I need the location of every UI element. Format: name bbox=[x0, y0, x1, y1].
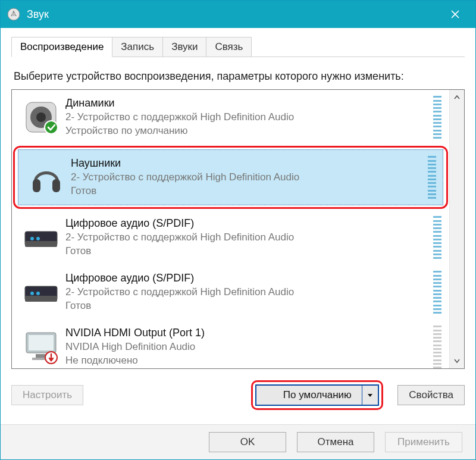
device-name: Динамики bbox=[65, 96, 430, 110]
cancel-button[interactable]: Отмена bbox=[297, 432, 374, 452]
spdif-icon bbox=[17, 268, 65, 316]
headphones-icon bbox=[22, 154, 71, 201]
svg-point-4 bbox=[36, 112, 46, 122]
chevron-down-icon bbox=[454, 358, 460, 364]
svg-rect-9 bbox=[25, 241, 57, 247]
device-row-headphones[interactable]: Наушники 2- Устройство с поддержкой High… bbox=[13, 146, 448, 209]
device-name: Цифровое аудио (S/PDIF) bbox=[65, 216, 430, 230]
svg-point-10 bbox=[30, 237, 34, 240]
ok-button[interactable]: OK bbox=[209, 432, 286, 452]
dialog-body: Воспроизведение Запись Звуки Связь Выбер… bbox=[1, 28, 475, 412]
svg-rect-13 bbox=[25, 296, 57, 302]
set-default-highlight: По умолчанию bbox=[251, 380, 383, 410]
apply-button[interactable]: Применить bbox=[385, 432, 462, 452]
device-row-hdmi[interactable]: NVIDIA HDMI Output (Port 1) NVIDIA High … bbox=[12, 320, 449, 368]
tab-communications[interactable]: Связь bbox=[206, 37, 252, 57]
device-row-speakers[interactable]: Динамики 2- Устройство с поддержкой High… bbox=[12, 90, 449, 145]
dialog-footer: OK Отмена Применить bbox=[1, 424, 475, 459]
svg-point-15 bbox=[36, 292, 40, 295]
level-meter bbox=[430, 323, 444, 368]
app-icon bbox=[7, 7, 21, 21]
level-meter bbox=[425, 154, 439, 201]
svg-rect-6 bbox=[33, 179, 40, 192]
device-name: Цифровое аудио (S/PDIF) bbox=[65, 271, 430, 285]
level-meter bbox=[430, 268, 444, 316]
device-list-frame: Динамики 2- Устройство с поддержкой High… bbox=[11, 89, 465, 369]
svg-rect-7 bbox=[52, 179, 60, 192]
device-status: Готов bbox=[65, 245, 430, 258]
svg-rect-17 bbox=[29, 335, 54, 351]
tab-recording[interactable]: Запись bbox=[112, 37, 163, 57]
scroll-down-button[interactable] bbox=[450, 353, 464, 368]
tab-strip: Воспроизведение Запись Звуки Связь bbox=[11, 34, 465, 57]
device-row-spdif-1[interactable]: Цифровое аудио (S/PDIF) 2- Устройство с … bbox=[12, 210, 449, 265]
level-meter bbox=[430, 93, 444, 141]
tab-playback[interactable]: Воспроизведение bbox=[11, 37, 112, 57]
level-meter bbox=[430, 214, 444, 261]
monitor-icon bbox=[17, 323, 65, 368]
svg-point-14 bbox=[30, 292, 34, 295]
device-desc: 2- Устройство с поддержкой High Definiti… bbox=[65, 111, 430, 124]
instruction-text: Выберите устройство воспроизведения, пар… bbox=[14, 69, 464, 83]
tab-sounds[interactable]: Звуки bbox=[162, 37, 206, 57]
device-desc: 2- Устройство с поддержкой High Definiti… bbox=[71, 171, 425, 184]
device-desc: NVIDIA High Definition Audio bbox=[65, 340, 430, 354]
set-default-label: По умолчанию bbox=[283, 389, 352, 401]
configure-button[interactable]: Настроить bbox=[11, 385, 83, 405]
device-status: Готов bbox=[65, 299, 430, 313]
svg-point-5 bbox=[45, 121, 58, 134]
scroll-up-button[interactable] bbox=[450, 90, 464, 105]
device-name: NVIDIA HDMI Output (Port 1) bbox=[65, 326, 430, 340]
scroll-track[interactable] bbox=[450, 105, 464, 353]
chevron-down-icon bbox=[367, 392, 373, 398]
spdif-icon bbox=[17, 214, 65, 261]
properties-button[interactable]: Свойства bbox=[397, 385, 465, 405]
sound-window: Звук Воспроизведение Запись Звуки Связь … bbox=[0, 0, 476, 460]
device-buttons-row: Настроить По умолчанию Свойства bbox=[11, 383, 465, 407]
device-status: Не подключено bbox=[65, 354, 430, 368]
scrollbar[interactable] bbox=[449, 90, 464, 368]
device-list[interactable]: Динамики 2- Устройство с поддержкой High… bbox=[12, 90, 449, 368]
close-button[interactable] bbox=[437, 1, 473, 28]
chevron-up-icon bbox=[454, 95, 460, 101]
close-icon bbox=[450, 10, 460, 19]
device-row-spdif-2[interactable]: Цифровое аудио (S/PDIF) 2- Устройство с … bbox=[12, 265, 449, 320]
window-title: Звук bbox=[27, 8, 437, 21]
device-desc: 2- Устройство с поддержкой High Definiti… bbox=[65, 286, 430, 299]
set-default-dropdown[interactable] bbox=[362, 386, 378, 405]
svg-point-1 bbox=[12, 12, 15, 16]
device-status: Устройство по умолчанию bbox=[65, 124, 430, 138]
titlebar[interactable]: Звук bbox=[1, 1, 475, 28]
speaker-icon bbox=[17, 93, 65, 141]
device-name: Наушники bbox=[71, 156, 425, 170]
device-status: Готов bbox=[71, 184, 425, 198]
set-default-button[interactable]: По умолчанию bbox=[255, 384, 379, 406]
device-desc: 2- Устройство с поддержкой High Definiti… bbox=[65, 231, 430, 245]
svg-point-11 bbox=[36, 237, 40, 240]
